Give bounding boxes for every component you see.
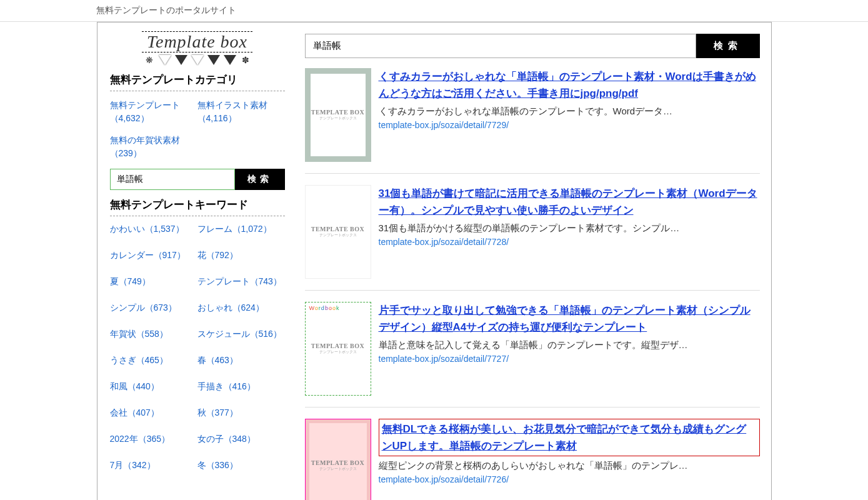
category-link[interactable]: 無料の年賀状素材（239）: [110, 134, 197, 160]
keyword-link[interactable]: フレーム（1,072）: [197, 224, 285, 235]
search-result: TEMPLATE BOX テンプレートボックス 無料DLできる桜柄が美しい、お花…: [305, 419, 760, 500]
main-content: 検索 TEMPLATE BOX テンプレートボックス くすみカラーがおしゃれな「…: [297, 22, 771, 500]
result-body: くすみカラーがおしゃれな「単語帳」のテンプレート素材・Wordは手書きがめんどう…: [379, 68, 760, 162]
sidebar-search-input[interactable]: [110, 169, 235, 190]
keyword-heading: 無料テンプレートキーワード: [110, 198, 285, 216]
keyword-link[interactable]: 女の子（348）: [197, 434, 285, 445]
keyword-link[interactable]: おしゃれ（624）: [197, 302, 285, 314]
keyword-link[interactable]: うさぎ（465）: [110, 355, 197, 366]
result-url[interactable]: template-box.jp/sozai/detail/7728/: [379, 237, 760, 247]
category-link[interactable]: 無料テンプレート（4,632）: [110, 99, 197, 125]
result-thumbnail[interactable]: TEMPLATE BOX テンプレートボックス: [305, 419, 371, 500]
keyword-link[interactable]: 和風（440）: [110, 381, 197, 392]
search-result: TEMPLATE BOX テンプレートボックス 31個も単語が書けて暗記に活用で…: [305, 185, 760, 291]
thumb-label: TEMPLATE BOX: [311, 459, 365, 466]
thumb-label: TEMPLATE BOX: [311, 109, 365, 116]
result-title-link[interactable]: 片手でサッと取り出して勉強できる「単語帳」のテンプレート素材（シンプルデザイン）…: [379, 302, 760, 336]
result-title-link[interactable]: くすみカラーがおしゃれな「単語帳」のテンプレート素材・Wordは手書きがめんどう…: [379, 68, 760, 102]
result-url[interactable]: template-box.jp/sozai/detail/7727/: [379, 354, 760, 364]
sidebar-search-button[interactable]: 検索: [235, 169, 285, 190]
page-container: Template box ❋ ✽ 無料テンプレートカテゴリ 無料テンプレート（4…: [97, 22, 772, 500]
keyword-link[interactable]: 2022年（365）: [110, 434, 197, 445]
thumb-label: TEMPLATE BOX: [311, 226, 365, 232]
main-search-input[interactable]: [305, 34, 696, 58]
result-title-link[interactable]: 31個も単語が書けて暗記に活用できる単語帳のテンプレート素材（Wordデーター有…: [379, 185, 760, 219]
tagline: 無料テンプレートのポータルサイト: [96, 5, 236, 15]
sidebar: Template box ❋ ✽ 無料テンプレートカテゴリ 無料テンプレート（4…: [97, 22, 297, 500]
main-search-button[interactable]: 検索: [696, 34, 760, 58]
keyword-link[interactable]: 秋（377）: [197, 408, 285, 419]
keyword-link[interactable]: かわいい（1,537）: [110, 224, 197, 235]
deco-icon: ✽: [242, 55, 249, 65]
wordbook-icon: Wordbook: [309, 305, 340, 311]
keyword-link[interactable]: 手描き（416）: [197, 381, 285, 392]
keyword-link[interactable]: シンプル（673）: [110, 302, 197, 314]
result-snippet: 31個も単語がかける縦型の単語帳のテンプレート素材です。シンプル…: [379, 222, 760, 234]
thumb-sub: テンプレートボックス: [319, 349, 357, 355]
category-list: 無料テンプレート（4,632） 無料イラスト素材（4,116） 無料の年賀状素材…: [110, 99, 285, 169]
category-heading: 無料テンプレートカテゴリ: [110, 72, 285, 91]
top-bar: 無料テンプレートのポータルサイト: [0, 0, 868, 22]
main-search: 検索: [305, 34, 760, 58]
search-result: Wordbook TEMPLATE BOX テンプレートボックス 片手でサッと取…: [305, 302, 760, 408]
result-thumbnail[interactable]: TEMPLATE BOX テンプレートボックス: [305, 185, 371, 279]
deco-icon: ❋: [146, 55, 153, 65]
result-body: 片手でサッと取り出して勉強できる「単語帳」のテンプレート素材（シンプルデザイン）…: [379, 302, 760, 396]
result-url[interactable]: template-box.jp/sozai/detail/7726/: [379, 474, 760, 484]
keyword-link[interactable]: カレンダー（917）: [110, 250, 197, 261]
result-thumbnail[interactable]: Wordbook TEMPLATE BOX テンプレートボックス: [305, 302, 371, 396]
category-link[interactable]: 無料イラスト素材（4,116）: [197, 99, 285, 125]
keyword-list: かわいい（1,537） フレーム（1,072） カレンダー（917） 花（792…: [110, 224, 285, 486]
result-snippet: くすみカラーがおしゃれな単語帳のテンプレートです。Wordデータ…: [379, 106, 760, 118]
thumb-sub: テンプレートボックス: [319, 466, 357, 472]
logo-text: Template box: [142, 31, 252, 52]
keyword-link[interactable]: 会社（407）: [110, 408, 197, 419]
result-body: 無料DLできる桜柄が美しい、お花見気分で暗記ができて気分も成績もグングンUPしま…: [379, 419, 760, 500]
keyword-link[interactable]: 春（463）: [197, 355, 285, 366]
result-url[interactable]: template-box.jp/sozai/detail/7729/: [379, 120, 760, 130]
result-snippet: 縦型ピンクの背景と桜柄のあしらいがおしゃれな「単語帳」のテンプレ…: [379, 460, 760, 472]
bunting-decoration: ❋ ✽: [110, 55, 285, 65]
thumb-sub: テンプレートボックス: [319, 116, 357, 121]
result-thumbnail[interactable]: TEMPLATE BOX テンプレートボックス: [305, 68, 371, 162]
keyword-link[interactable]: 冬（336）: [197, 460, 285, 471]
keyword-link[interactable]: 年賀状（558）: [110, 329, 197, 340]
result-body: 31個も単語が書けて暗記に活用できる単語帳のテンプレート素材（Wordデーター有…: [379, 185, 760, 279]
keyword-link[interactable]: テンプレート（743）: [197, 276, 285, 288]
result-title-link[interactable]: 無料DLできる桜柄が美しい、お花見気分で暗記ができて気分も成績もグングンUPしま…: [379, 419, 760, 456]
keyword-link[interactable]: 夏（749）: [110, 276, 197, 288]
result-snippet: 単語と意味を記入して覚える「単語帳」のテンプレートです。縦型デザ…: [379, 339, 760, 351]
thumb-label: TEMPLATE BOX: [311, 342, 365, 349]
search-result: TEMPLATE BOX テンプレートボックス くすみカラーがおしゃれな「単語帳…: [305, 68, 760, 174]
keyword-link[interactable]: スケジュール（516）: [197, 329, 285, 340]
logo[interactable]: Template box ❋ ✽: [110, 31, 285, 65]
keyword-link[interactable]: 7月（342）: [110, 460, 197, 471]
thumb-sub: テンプレートボックス: [319, 232, 357, 238]
keyword-link[interactable]: 花（792）: [197, 250, 285, 261]
sidebar-search: 検索: [110, 169, 285, 190]
